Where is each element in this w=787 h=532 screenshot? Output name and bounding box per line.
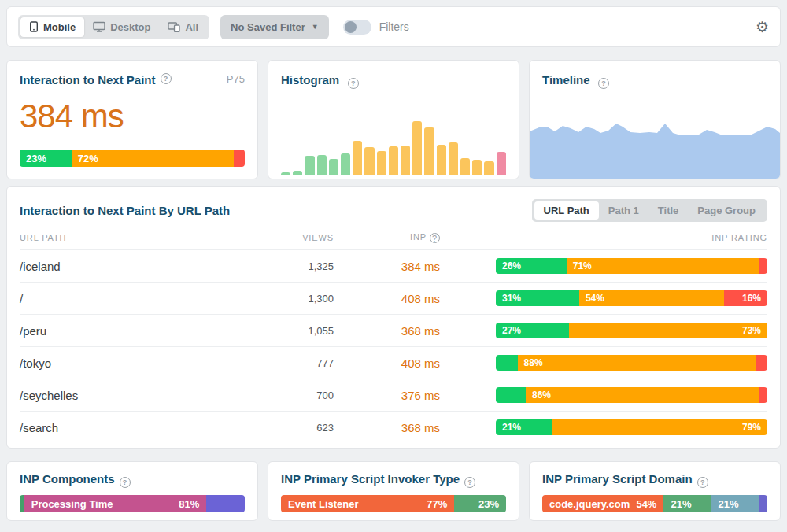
tab-path-1[interactable]: Path 1 — [599, 201, 648, 220]
row-rating-cell: 26%71% — [440, 258, 767, 274]
table-row[interactable]: /1,300408 ms31%54%16% — [20, 282, 767, 314]
row-rating-bar: 31%54%16% — [496, 290, 767, 306]
row-rating-segment-label: 16% — [742, 293, 767, 304]
histogram-bar — [341, 153, 350, 175]
breakdown-card-title: INP Primary Script Domain — [542, 472, 693, 486]
row-rating-segment: 26% — [496, 258, 567, 274]
col-header-url-path: URL PATH — [20, 233, 263, 242]
row-views: 1,325 — [263, 260, 334, 272]
inp-card-title: Interaction to Next Paint — [20, 73, 156, 87]
table-row[interactable]: /seychelles700376 ms86% — [20, 379, 767, 411]
row-rating-cell: 21%79% — [440, 419, 767, 435]
breakdown-segment-label: Processing Time — [24, 498, 113, 510]
row-url-path: /search — [20, 421, 263, 434]
breakdown-segment: 23% — [454, 495, 506, 512]
tab-url-path[interactable]: URL Path — [534, 201, 599, 220]
device-tab-desktop[interactable]: Desktop — [84, 17, 159, 37]
row-rating-segment: 88% — [518, 355, 757, 371]
breakdown-card-head: INP Primary Script Invoker Type? — [281, 472, 506, 488]
breakdown-segment — [206, 495, 245, 512]
row-url-path: /iceland — [20, 260, 263, 273]
inp-rating-bar: 23%72% — [20, 150, 245, 167]
table-row[interactable]: /search623368 ms21%79% — [20, 411, 767, 443]
row-views: 1,300 — [263, 293, 334, 305]
row-inp-value: 368 ms — [334, 421, 440, 434]
row-rating-segment-label: 79% — [742, 422, 767, 433]
row-rating-segment-label: 88% — [518, 357, 543, 368]
row-rating-segment — [759, 387, 767, 403]
tab-page-group[interactable]: Page Group — [688, 201, 765, 220]
help-icon[interactable]: ? — [430, 233, 440, 243]
breakdown-card-head: INP Components? — [20, 472, 245, 488]
toggle-knob — [345, 21, 357, 33]
histogram-bar — [329, 159, 338, 175]
mobile-icon — [29, 21, 39, 32]
table-row[interactable]: /tokyo777408 ms88% — [20, 346, 767, 379]
row-rating-segment-label: 86% — [526, 390, 551, 401]
breakdown-card: INP Primary Script Domain?code.jquery.co… — [529, 461, 781, 521]
row-rating-bar: 21%79% — [496, 419, 767, 435]
table-row[interactable]: /iceland1,325384 ms26%71% — [20, 249, 767, 282]
histogram-bar — [412, 121, 422, 175]
row-rating-segment: 16% — [724, 290, 767, 306]
filters-toggle[interactable] — [343, 20, 371, 35]
row-rating-segment-label: 21% — [496, 422, 521, 433]
device-tab-label: Mobile — [43, 21, 76, 33]
row-inp-value: 384 ms — [334, 260, 440, 273]
table-row[interactable]: /peru1,055368 ms27%73% — [20, 314, 767, 346]
breakdown-segment-pct: 54% — [630, 498, 663, 510]
row-rating-cell: 27%73% — [440, 323, 767, 338]
device-tab-all[interactable]: All — [159, 17, 207, 37]
histogram-bar — [437, 145, 446, 175]
breakdown-card-head: INP Primary Script Domain? — [542, 472, 767, 488]
breakdown-card: INP Components?Processing Time81% — [6, 461, 258, 521]
breakdown-card: INP Primary Script Invoker Type?Event Li… — [268, 461, 519, 521]
histogram-bar — [449, 142, 458, 175]
row-rating-segment — [496, 355, 518, 371]
help-icon[interactable]: ? — [161, 73, 172, 84]
row-rating-segment: 73% — [569, 323, 767, 338]
histogram-bar — [497, 152, 506, 175]
all-devices-icon — [168, 21, 180, 32]
breakdown-bar: code.jquery.com54%21%21% — [542, 495, 767, 512]
histogram-bar — [484, 161, 493, 175]
breakdown-segment — [759, 495, 767, 512]
row-rating-segment: 71% — [567, 258, 759, 274]
row-views: 1,055 — [263, 325, 334, 337]
histogram-bar — [389, 146, 398, 175]
row-rating-segment: 27% — [496, 323, 569, 338]
col-header-inp: INP? — [334, 232, 440, 244]
inp-by-url-table-card: Interaction to Next Paint By URL Path UR… — [6, 186, 781, 449]
row-url-path: /peru — [20, 324, 263, 338]
gear-icon[interactable]: ⚙ — [756, 20, 769, 35]
row-inp-value: 368 ms — [334, 324, 440, 338]
row-inp-value: 408 ms — [334, 357, 440, 370]
histogram-bar — [377, 151, 386, 175]
row-rating-segment-label: 71% — [567, 260, 592, 272]
row-rating-segment: 54% — [579, 290, 724, 306]
col-header-views: VIEWS — [263, 233, 334, 242]
row-rating-segment-label: 26% — [496, 260, 521, 272]
help-icon[interactable]: ? — [464, 477, 475, 488]
help-icon[interactable]: ? — [348, 78, 359, 89]
breakdown-bar: Event Listener77%23% — [281, 495, 506, 512]
histogram-bar — [293, 171, 302, 175]
breakdown-segment-label: code.jquery.com — [542, 498, 630, 510]
device-tab-mobile[interactable]: Mobile — [20, 17, 84, 37]
row-rating-cell: 88% — [440, 355, 767, 371]
toolbar: MobileDesktopAll No Saved Filter ▼ Filte… — [6, 6, 781, 47]
breakdown-segment: Event Listener77% — [281, 495, 454, 512]
row-rating-segment — [759, 258, 767, 274]
inp-rating-segment: 72% — [72, 150, 234, 167]
help-icon[interactable]: ? — [120, 477, 131, 488]
row-rating-segment-label: 73% — [742, 325, 767, 336]
inp-rating-segment — [234, 150, 245, 167]
saved-filter-dropdown[interactable]: No Saved Filter ▼ — [220, 15, 329, 39]
tab-title[interactable]: Title — [648, 201, 689, 220]
help-icon[interactable]: ? — [697, 477, 708, 488]
histogram-bar — [364, 147, 374, 175]
col-header-inp-rating: INP RATING — [440, 233, 767, 242]
histogram-bar — [281, 172, 290, 175]
histogram-bar — [472, 160, 482, 175]
row-url-path: /seychelles — [20, 389, 263, 402]
